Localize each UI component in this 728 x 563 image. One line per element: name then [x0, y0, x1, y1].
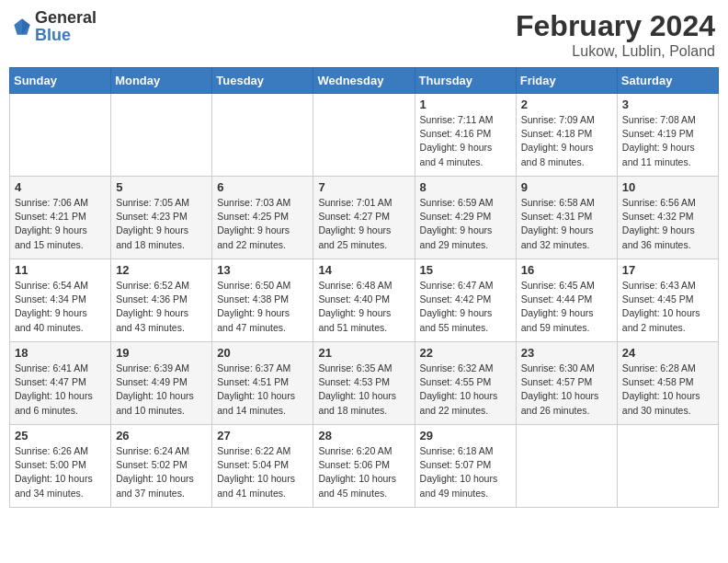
day-info: Sunrise: 6:28 AM Sunset: 4:58 PM Dayligh…: [622, 362, 713, 418]
day-cell: 11Sunrise: 6:54 AM Sunset: 4:34 PM Dayli…: [10, 259, 111, 342]
day-cell: 14Sunrise: 6:48 AM Sunset: 4:40 PM Dayli…: [313, 259, 415, 342]
logo-general: General: [35, 8, 97, 27]
day-info: Sunrise: 7:09 AM Sunset: 4:18 PM Dayligh…: [521, 113, 612, 169]
day-cell: 20Sunrise: 6:37 AM Sunset: 4:51 PM Dayli…: [212, 342, 313, 425]
day-info: Sunrise: 6:24 AM Sunset: 5:02 PM Dayligh…: [116, 444, 207, 500]
logo-text: General Blue: [35, 9, 97, 44]
day-number: 22: [420, 346, 511, 360]
day-info: Sunrise: 6:39 AM Sunset: 4:49 PM Dayligh…: [116, 362, 207, 418]
day-cell: [617, 425, 718, 508]
day-number: 23: [521, 346, 612, 360]
day-info: Sunrise: 7:03 AM Sunset: 4:25 PM Dayligh…: [217, 196, 308, 252]
day-cell: 6Sunrise: 7:03 AM Sunset: 4:25 PM Daylig…: [212, 177, 313, 259]
day-number: 3: [622, 98, 713, 111]
calendar-body: 1Sunrise: 7:11 AM Sunset: 4:16 PM Daylig…: [10, 94, 719, 508]
header-cell-wednesday: Wednesday: [313, 68, 415, 94]
day-info: Sunrise: 6:37 AM Sunset: 4:51 PM Dayligh…: [217, 362, 308, 418]
day-number: 26: [116, 429, 207, 442]
day-cell: [10, 94, 111, 177]
day-info: Sunrise: 6:41 AM Sunset: 4:47 PM Dayligh…: [15, 362, 106, 418]
day-info: Sunrise: 6:30 AM Sunset: 4:57 PM Dayligh…: [521, 362, 612, 418]
day-cell: 29Sunrise: 6:18 AM Sunset: 5:07 PM Dayli…: [415, 425, 516, 508]
day-info: Sunrise: 6:32 AM Sunset: 4:55 PM Dayligh…: [420, 362, 511, 418]
day-cell: 16Sunrise: 6:45 AM Sunset: 4:44 PM Dayli…: [516, 259, 617, 342]
day-cell: 24Sunrise: 6:28 AM Sunset: 4:58 PM Dayli…: [617, 342, 718, 425]
logo: General Blue: [13, 9, 97, 44]
day-number: 19: [116, 346, 207, 360]
header-cell-sunday: Sunday: [10, 68, 111, 94]
day-info: Sunrise: 6:52 AM Sunset: 4:36 PM Dayligh…: [116, 279, 207, 335]
day-cell: 18Sunrise: 6:41 AM Sunset: 4:47 PM Dayli…: [10, 342, 111, 425]
day-number: 16: [521, 263, 612, 277]
day-cell: [212, 94, 313, 177]
day-cell: 10Sunrise: 6:56 AM Sunset: 4:32 PM Dayli…: [617, 177, 718, 259]
day-number: 20: [217, 346, 308, 360]
day-number: 2: [521, 98, 612, 111]
day-number: 12: [116, 263, 207, 277]
day-number: 28: [318, 429, 409, 442]
day-number: 5: [116, 180, 207, 194]
day-number: 27: [217, 429, 308, 442]
day-info: Sunrise: 6:56 AM Sunset: 4:32 PM Dayligh…: [622, 196, 713, 252]
week-row-2: 11Sunrise: 6:54 AM Sunset: 4:34 PM Dayli…: [10, 259, 719, 342]
day-info: Sunrise: 6:50 AM Sunset: 4:38 PM Dayligh…: [217, 279, 308, 335]
day-cell: 26Sunrise: 6:24 AM Sunset: 5:02 PM Dayli…: [111, 425, 212, 508]
day-cell: 13Sunrise: 6:50 AM Sunset: 4:38 PM Dayli…: [212, 259, 313, 342]
header-cell-thursday: Thursday: [415, 68, 516, 94]
logo-icon: [13, 17, 31, 36]
day-info: Sunrise: 6:35 AM Sunset: 4:53 PM Dayligh…: [318, 362, 409, 418]
header-cell-monday: Monday: [111, 68, 212, 94]
day-cell: 4Sunrise: 7:06 AM Sunset: 4:21 PM Daylig…: [10, 177, 111, 259]
day-number: 15: [420, 263, 511, 277]
calendar-table: SundayMondayTuesdayWednesdayThursdayFrid…: [9, 67, 719, 508]
day-info: Sunrise: 7:05 AM Sunset: 4:23 PM Dayligh…: [116, 196, 207, 252]
location: Lukow, Lublin, Poland: [516, 43, 715, 60]
day-info: Sunrise: 6:45 AM Sunset: 4:44 PM Dayligh…: [521, 279, 612, 335]
header: General Blue February 2024 Lukow, Lublin…: [9, 9, 719, 60]
day-cell: 23Sunrise: 6:30 AM Sunset: 4:57 PM Dayli…: [516, 342, 617, 425]
header-cell-saturday: Saturday: [617, 68, 718, 94]
week-row-3: 18Sunrise: 6:41 AM Sunset: 4:47 PM Dayli…: [10, 342, 719, 425]
day-cell: 19Sunrise: 6:39 AM Sunset: 4:49 PM Dayli…: [111, 342, 212, 425]
week-row-0: 1Sunrise: 7:11 AM Sunset: 4:16 PM Daylig…: [10, 94, 719, 177]
header-cell-friday: Friday: [516, 68, 617, 94]
logo-blue: Blue: [35, 26, 71, 44]
day-number: 24: [622, 346, 713, 360]
day-cell: 25Sunrise: 6:26 AM Sunset: 5:00 PM Dayli…: [10, 425, 111, 508]
calendar-header-row: SundayMondayTuesdayWednesdayThursdayFrid…: [10, 68, 719, 94]
day-info: Sunrise: 7:11 AM Sunset: 4:16 PM Dayligh…: [420, 113, 511, 169]
day-number: 17: [622, 263, 713, 277]
day-cell: 22Sunrise: 6:32 AM Sunset: 4:55 PM Dayli…: [415, 342, 516, 425]
day-number: 7: [318, 180, 409, 194]
day-cell: 1Sunrise: 7:11 AM Sunset: 4:16 PM Daylig…: [415, 94, 516, 177]
day-info: Sunrise: 6:47 AM Sunset: 4:42 PM Dayligh…: [420, 279, 511, 335]
day-number: 9: [521, 180, 612, 194]
day-info: Sunrise: 6:59 AM Sunset: 4:29 PM Dayligh…: [420, 196, 511, 252]
title-area: February 2024 Lukow, Lublin, Poland: [516, 9, 715, 60]
day-number: 13: [217, 263, 308, 277]
day-cell: 21Sunrise: 6:35 AM Sunset: 4:53 PM Dayli…: [313, 342, 415, 425]
day-info: Sunrise: 6:58 AM Sunset: 4:31 PM Dayligh…: [521, 196, 612, 252]
day-cell: [516, 425, 617, 508]
day-number: 29: [420, 429, 511, 442]
day-number: 25: [15, 429, 106, 442]
day-number: 8: [420, 180, 511, 194]
day-cell: 15Sunrise: 6:47 AM Sunset: 4:42 PM Dayli…: [415, 259, 516, 342]
day-cell: 3Sunrise: 7:08 AM Sunset: 4:19 PM Daylig…: [617, 94, 718, 177]
day-info: Sunrise: 6:26 AM Sunset: 5:00 PM Dayligh…: [15, 444, 106, 500]
day-info: Sunrise: 7:01 AM Sunset: 4:27 PM Dayligh…: [318, 196, 409, 252]
day-cell: 17Sunrise: 6:43 AM Sunset: 4:45 PM Dayli…: [617, 259, 718, 342]
day-info: Sunrise: 6:22 AM Sunset: 5:04 PM Dayligh…: [217, 444, 308, 500]
day-cell: [111, 94, 212, 177]
day-cell: [313, 94, 415, 177]
day-cell: 9Sunrise: 6:58 AM Sunset: 4:31 PM Daylig…: [516, 177, 617, 259]
day-info: Sunrise: 7:08 AM Sunset: 4:19 PM Dayligh…: [622, 113, 713, 169]
day-info: Sunrise: 6:18 AM Sunset: 5:07 PM Dayligh…: [420, 444, 511, 500]
day-number: 11: [15, 263, 106, 277]
header-cell-tuesday: Tuesday: [212, 68, 313, 94]
day-cell: 2Sunrise: 7:09 AM Sunset: 4:18 PM Daylig…: [516, 94, 617, 177]
day-number: 4: [15, 180, 106, 194]
day-info: Sunrise: 6:43 AM Sunset: 4:45 PM Dayligh…: [622, 279, 713, 335]
day-info: Sunrise: 6:20 AM Sunset: 5:06 PM Dayligh…: [318, 444, 409, 500]
day-cell: 12Sunrise: 6:52 AM Sunset: 4:36 PM Dayli…: [111, 259, 212, 342]
